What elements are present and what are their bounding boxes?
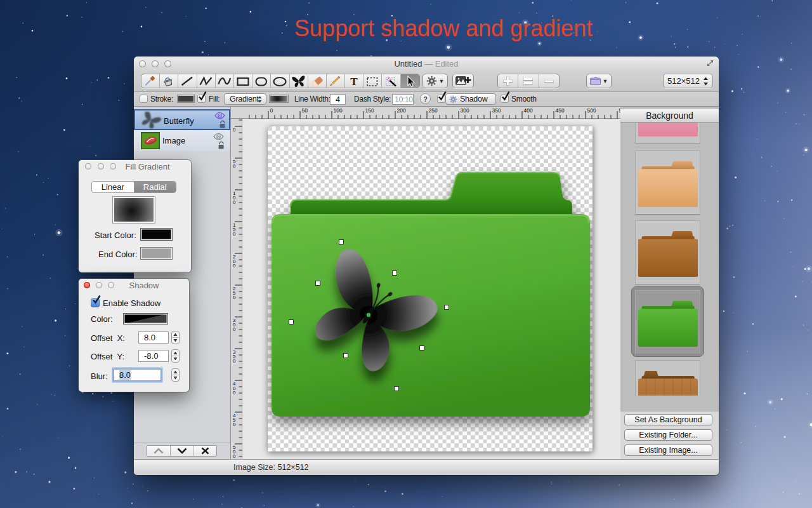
svg-text:450: 450 [556,107,565,114]
svg-text:0: 0 [233,127,236,133]
svg-text:0: 0 [233,422,236,427]
svg-text:0: 0 [233,453,236,459]
svg-text:350: 350 [492,107,501,114]
svg-text:0: 0 [233,231,236,237]
svg-text:0: 0 [233,199,236,205]
svg-text:T: T [350,76,358,88]
svg-text:50: 50 [302,107,308,114]
svg-text:0: 0 [233,390,236,396]
svg-text:300: 300 [461,107,469,114]
svg-text:0: 0 [233,163,236,169]
svg-text:500: 500 [587,107,596,114]
svg-text:400: 400 [524,107,533,114]
svg-text:150: 150 [365,107,374,114]
svg-text:0: 0 [233,358,236,364]
svg-text:0: 0 [270,107,273,114]
svg-text:0: 0 [233,263,236,269]
svg-text:250: 250 [429,107,438,114]
svg-text:100: 100 [334,107,343,114]
svg-text:0: 0 [233,326,236,332]
svg-text:200: 200 [397,107,406,114]
svg-text:0: 0 [233,295,236,300]
